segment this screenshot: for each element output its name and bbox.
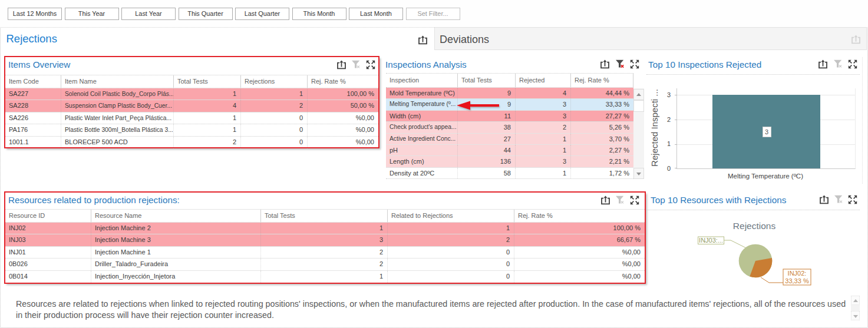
svg-text:INJ03:...: INJ03:... [699,237,723,244]
svg-text:INJ02:: INJ02: [788,270,807,277]
svg-text:33,33 %: 33,33 % [785,277,809,284]
